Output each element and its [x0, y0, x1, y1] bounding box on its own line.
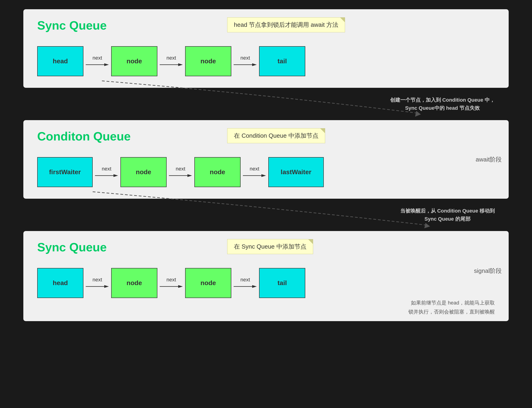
svg-marker-15 [104, 285, 109, 288]
tail-node-bottom: tail [259, 268, 305, 298]
arrow-2-top: next [160, 55, 183, 68]
condition-queue-section: Conditon Queue 在 Condition Queue 中添加节点 a… [23, 120, 509, 199]
arrow-2-bsq: next [160, 277, 183, 289]
arrow-svg-2-top [160, 62, 183, 68]
sync-queue-bottom-section: Sync Queue 在 Sync Queue 中添加节点 signal阶段 h… [23, 231, 509, 321]
arrow-2-cq: next [169, 166, 192, 178]
first-waiter-node: firstWaiter [37, 157, 93, 187]
svg-marker-8 [113, 174, 118, 177]
sync-queue-top-row: head next node next [37, 46, 495, 76]
arrow-svg-3-top [234, 62, 257, 68]
arrow-1-cq: next [95, 166, 118, 178]
node1-top: node [111, 46, 157, 76]
arrow-1-bsq: next [86, 277, 109, 289]
svg-marker-17 [178, 285, 183, 288]
arrow-svg-3-cq [243, 173, 266, 178]
last-waiter-node: lastWaiter [268, 157, 324, 187]
head-node-top: head [37, 46, 83, 76]
node2-top: node [185, 46, 231, 76]
sync-queue-top-note: head 节点拿到锁后才能调用 await 方法 [227, 17, 345, 32]
svg-marker-19 [252, 285, 257, 288]
arrow-svg-3-bsq [234, 284, 257, 289]
between-1-2: 创建一个节点，加入到 Condition Queue 中，Sync Queue中… [23, 88, 509, 120]
arrow-svg-2-bsq [160, 284, 183, 289]
tail-node-top: tail [259, 46, 305, 76]
arrow-3-top: next [234, 55, 257, 68]
node2-cq: node [194, 157, 240, 187]
arrow-svg-1-cq [95, 173, 118, 178]
arrow-svg-1-bsq [86, 284, 109, 289]
svg-marker-1 [104, 63, 109, 66]
arrow-3-bsq: next [234, 277, 257, 289]
svg-marker-3 [178, 63, 183, 66]
sync-queue-bottom-row: head next node next [37, 268, 495, 298]
arrow-svg-1-top [86, 62, 109, 68]
between-2-3: 当被唤醒后，从 Condition Queue 移动到Sync Queue 的尾… [23, 199, 509, 231]
bottom-note: 如果前继节点是 head，就能马上获取锁并执行，否则会被阻塞，直到被唤醒 [408, 298, 495, 316]
node1-cq: node [120, 157, 167, 187]
condition-queue-note: 在 Condition Queue 中添加节点 [227, 128, 325, 143]
head-node-bottom: head [37, 268, 83, 298]
transition-text-1: 创建一个节点，加入到 Condition Queue 中，Sync Queue中… [390, 96, 495, 112]
svg-marker-12 [261, 174, 266, 177]
svg-marker-10 [188, 174, 192, 177]
sync-queue-bottom-note: 在 Sync Queue 中添加节点 [227, 239, 313, 254]
node2-bsq: node [185, 268, 231, 298]
transition-text-2: 当被唤醒后，从 Condition Queue 移动到Sync Queue 的尾… [400, 207, 495, 223]
arrow-1-top: next [86, 55, 109, 68]
arrow-3-cq: next [243, 166, 266, 178]
node1-bsq: node [111, 268, 157, 298]
arrow-svg-2-cq [169, 173, 192, 178]
sync-queue-top-section: Sync Queue head 节点拿到锁后才能调用 await 方法 head… [23, 9, 509, 88]
svg-marker-5 [252, 63, 257, 66]
condition-queue-row: firstWaiter next node next [37, 157, 495, 187]
